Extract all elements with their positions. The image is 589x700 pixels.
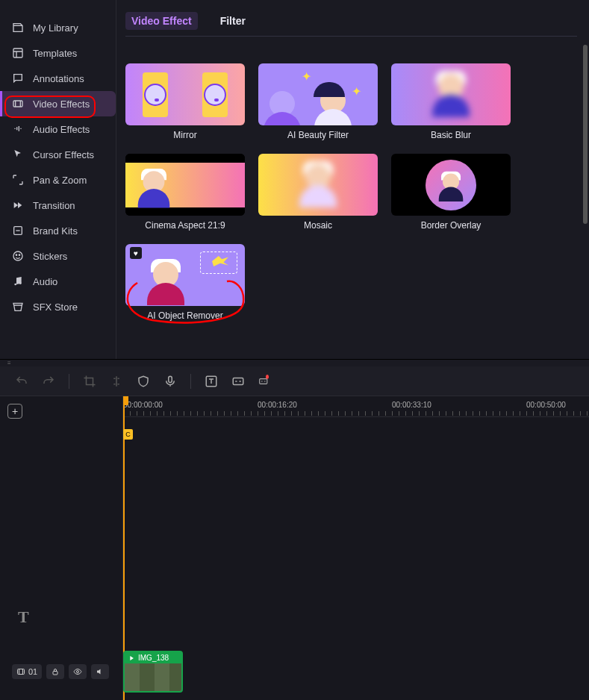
svg-rect-8 [169, 376, 172, 382]
audio-effects-icon [12, 123, 24, 135]
timeline-ruler[interactable]: 00:00:00:00 00:00:16:20 00:00:33:10 00:0… [123, 396, 589, 417]
speaker-icon [96, 667, 105, 676]
library-icon [12, 22, 24, 34]
sidebar-item-my-library[interactable]: My Library [0, 15, 116, 40]
redo-button[interactable] [42, 375, 55, 388]
sidebar-item-label: My Library [33, 22, 78, 34]
sidebar-item-audio-effects[interactable]: Audio Effects [0, 116, 116, 142]
scrollbar[interactable] [583, 45, 588, 224]
effect-label: Basic Blur [391, 130, 511, 140]
sfx-store-icon [12, 301, 24, 313]
timeline: + T 01 00:00:00:00 00:00:16:20 00:00:33:… [0, 396, 589, 700]
video-clip[interactable]: IMG_138 [123, 651, 183, 693]
annotations-icon [12, 72, 24, 84]
sidebar-item-label: Video Effects [33, 99, 90, 110]
film-icon [16, 667, 25, 676]
svg-rect-11 [260, 378, 267, 384]
effect-mosaic[interactable]: Mosaic [258, 154, 378, 231]
effect-label: Mirror [125, 130, 245, 140]
sidebar-item-brand-kits[interactable]: Brand Kits [0, 218, 116, 243]
svg-rect-13 [53, 672, 57, 675]
play-icon [128, 654, 135, 662]
sidebar-item-label: Stickers [33, 251, 67, 262]
sidebar-item-templates[interactable]: Templates [0, 40, 116, 66]
sidebar-item-transition[interactable]: Transition [0, 193, 116, 218]
effect-label: Cinema Aspect 21:9 [125, 220, 245, 231]
sidebar-item-label: Pan & Zoom [33, 175, 87, 186]
svg-point-14 [77, 671, 79, 673]
effect-label: AI Object Remover [125, 310, 245, 321]
lock-icon [51, 667, 60, 676]
templates-icon [12, 47, 24, 59]
timeline-toolbar [0, 366, 589, 396]
premium-badge-icon: ♥ [130, 247, 142, 259]
effect-thumb [391, 154, 511, 216]
effect-ai-portrait[interactable]: AI Portrait [258, 0, 378, 50]
effect-border-overlay[interactable]: Border Overlay [391, 154, 511, 231]
effect-label: Mosaic [258, 220, 378, 231]
stickers-icon [12, 250, 24, 262]
separator [190, 374, 191, 389]
svg-point-7 [19, 282, 22, 284]
effect-thumb [258, 154, 378, 216]
timeline-track-header: + T 01 [0, 396, 123, 700]
sidebar-item-pan-zoom[interactable]: Pan & Zoom [0, 167, 116, 193]
undo-button[interactable] [15, 375, 28, 388]
svg-rect-0 [13, 49, 22, 57]
sidebar-item-annotations[interactable]: Annotations [0, 66, 116, 91]
add-track-button[interactable]: + [7, 404, 22, 419]
sidebar-item-label: Transition [33, 200, 75, 211]
effect-basic-blur[interactable]: Basic Blur [391, 63, 511, 140]
effect-cinema-aspect[interactable]: Cinema Aspect 21:9 [125, 154, 245, 231]
cursor-effects-icon [12, 149, 24, 160]
mute-track-button[interactable] [91, 664, 109, 679]
sidebar-item-label: Audio [33, 276, 57, 287]
sidebar-item-video-effects[interactable]: Video Effects [0, 91, 116, 116]
svg-point-4 [16, 254, 16, 255]
sidebar: My Library Templates Annotations Video E… [0, 0, 116, 359]
sidebar-item-cursor-effects[interactable]: Cursor Effects [0, 142, 116, 167]
effects-grid: Green Screen AI Portrait Blur Background… [125, 50, 577, 321]
svg-point-3 [13, 251, 22, 260]
visibility-track-button[interactable] [69, 664, 87, 679]
caption-button[interactable] [231, 375, 245, 388]
sidebar-item-sfx-store[interactable]: SFX Store [0, 294, 116, 319]
record-indicator-icon [266, 375, 269, 379]
text-button[interactable] [205, 375, 218, 388]
text-track-icon[interactable]: T [18, 607, 29, 627]
clip-marker[interactable]: C [123, 429, 133, 440]
svg-point-5 [19, 254, 19, 255]
effect-green-screen[interactable]: Green Screen [125, 0, 245, 50]
mic-button[interactable] [163, 375, 177, 388]
split-button[interactable] [110, 375, 123, 388]
effect-thumb: ♥ [125, 244, 245, 306]
effect-blur-background[interactable]: Blur Background [391, 0, 511, 50]
effect-thumb [391, 63, 511, 125]
sidebar-item-audio[interactable]: Audio [0, 269, 116, 294]
eye-icon [73, 667, 82, 676]
panel-resize-handle[interactable]: ≡ [0, 359, 589, 366]
record-caption-button[interactable] [258, 375, 272, 388]
effect-ai-object-remover[interactable]: ♥ AI Object Remover [125, 244, 245, 321]
sidebar-item-label: Cursor Effects [33, 149, 94, 160]
effect-thumb [125, 63, 245, 125]
pan-zoom-icon [12, 174, 24, 186]
track-count-chip[interactable]: 01 [12, 664, 42, 679]
sidebar-item-label: Annotations [33, 73, 84, 84]
svg-rect-1 [13, 101, 22, 107]
sidebar-item-stickers[interactable]: Stickers [0, 243, 116, 269]
clip-name-label: IMG_138 [138, 654, 169, 662]
effect-mirror[interactable]: Mirror [125, 63, 245, 140]
brand-kits-icon [12, 225, 24, 237]
effect-thumb [125, 154, 245, 216]
effects-panel: Video Effect Filter Green Screen AI Port… [116, 0, 589, 359]
clip-thumbnail [125, 663, 181, 693]
lock-track-button[interactable] [46, 664, 64, 679]
shield-button[interactable] [137, 375, 150, 388]
timeline-tracks-area[interactable]: 00:00:00:00 00:00:16:20 00:00:33:10 00:0… [123, 396, 589, 700]
effect-ai-beauty-filter[interactable]: ✦ ✦ AI Beauty Filter [258, 63, 378, 140]
crop-button[interactable] [83, 375, 96, 388]
svg-point-6 [14, 284, 16, 286]
effect-label: Border Overlay [391, 220, 511, 231]
effect-thumb: ✦ ✦ [258, 63, 378, 125]
